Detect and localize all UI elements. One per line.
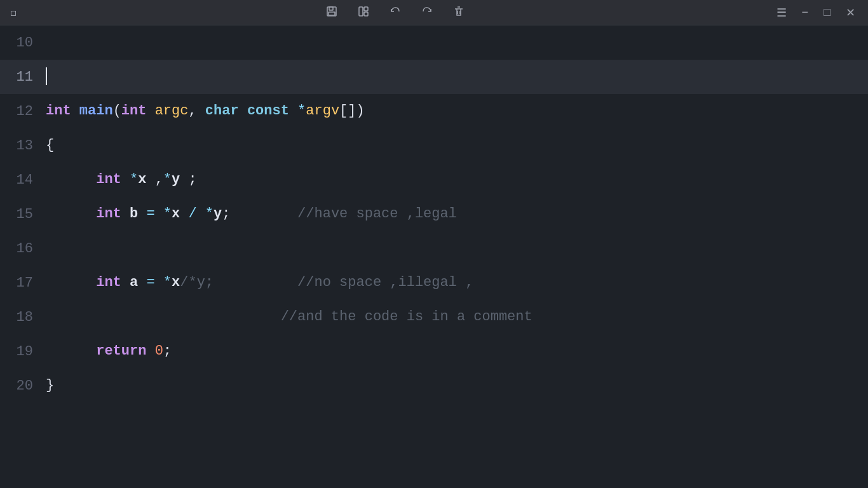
table-row: 11 (0, 60, 868, 94)
table-row: 13 { (0, 128, 868, 163)
operator-div: / (188, 206, 196, 222)
comment-text: //have space ,legal (230, 206, 456, 222)
code-text (155, 206, 163, 222)
line-content: int b = *x / *y; //have space ,legal (46, 197, 868, 231)
svg-rect-5 (364, 12, 368, 16)
undo-button[interactable] (387, 3, 403, 22)
code-editor[interactable]: 10 11 12 int main(int argc, char const *… (0, 25, 868, 488)
code-text: { (46, 137, 54, 153)
var-b: b (130, 206, 138, 222)
table-row: 20 } (0, 369, 868, 403)
var-x: x (172, 206, 180, 222)
delete-button[interactable] (451, 3, 467, 22)
save-button[interactable] (323, 3, 340, 22)
line-number: 13 (0, 138, 46, 154)
var-a: a (130, 274, 138, 290)
operator: * (163, 206, 172, 222)
line-content (46, 60, 868, 94)
code-text (121, 206, 130, 222)
line-number: 12 (0, 104, 46, 119)
table-row: 15 int b = *x / *y; //have space ,legal (0, 197, 868, 231)
svg-rect-4 (364, 7, 368, 11)
line-number: 15 (0, 207, 46, 222)
keyword-int: int (46, 103, 71, 119)
line-number: 20 (0, 378, 46, 394)
code-text (138, 206, 146, 222)
redo-button[interactable] (419, 3, 435, 22)
keyword-int: int (121, 103, 147, 119)
table-row: 16 (0, 231, 868, 266)
line-content: //and the code is in a comment (46, 300, 868, 334)
titlebar-left: ◻ (10, 6, 17, 19)
line-content: return 0; (46, 334, 868, 369)
code-text (146, 343, 154, 359)
svg-rect-2 (329, 12, 335, 15)
svg-rect-3 (359, 7, 363, 16)
keyword-char: char (205, 103, 239, 119)
line-number: 16 (0, 241, 46, 257)
code-text (71, 103, 79, 119)
line-content: int *x ,*y ; (46, 163, 868, 197)
line-number: 19 (0, 344, 46, 360)
keyword-int: int (96, 274, 121, 290)
line-content: int a = *x/*y; //no space ,illegal , (46, 266, 868, 300)
cursor (46, 67, 47, 85)
function-name: main (79, 103, 113, 119)
line-content: int main(int argc, char const *argv[]) (46, 94, 868, 128)
table-row: 18 //and the code is in a comment (0, 300, 868, 334)
code-text: []) (339, 103, 365, 119)
var-x: x (172, 274, 180, 290)
code-text (155, 274, 163, 290)
code-text: ; (163, 343, 172, 359)
operator: * (163, 172, 172, 187)
code-text: ( (113, 103, 121, 119)
line-content: } (46, 369, 868, 403)
keyword-int: int (96, 206, 121, 222)
code-text: ; (222, 206, 230, 222)
operator: * (130, 172, 138, 187)
line-number: 14 (0, 172, 46, 188)
comment-text: //no space ,illegal , (214, 274, 473, 290)
param-argc: argc (155, 103, 189, 119)
code-text (197, 206, 205, 222)
code-text: , (146, 172, 163, 187)
comment-text: //and the code is in a comment (46, 309, 532, 325)
code-text (146, 103, 154, 119)
table-row: 12 int main(int argc, char const *argv[]… (0, 94, 868, 128)
operator: * (205, 206, 214, 222)
minimize-button[interactable]: − (799, 3, 811, 22)
table-row: 17 int a = *x/*y; //no space ,illegal , (0, 266, 868, 300)
var-y: y (214, 206, 222, 222)
code-text (121, 274, 130, 290)
operator: * (297, 103, 306, 119)
operator: = (146, 274, 154, 290)
keyword-const: const (247, 103, 289, 119)
table-row: 19 return 0; (0, 334, 868, 369)
var-y: y (172, 172, 180, 187)
line-number: 18 (0, 309, 46, 325)
code-text (138, 274, 146, 290)
hamburger-button[interactable]: ☰ (774, 3, 789, 22)
menu-icon[interactable]: ◻ (10, 6, 17, 19)
var-x: x (138, 172, 146, 187)
layout-button[interactable] (355, 3, 372, 22)
titlebar-center (323, 3, 467, 22)
operator: * (163, 274, 172, 290)
code-text: , (188, 103, 205, 119)
line-content: { (46, 128, 868, 163)
keyword-int: int (96, 172, 121, 187)
keyword-return: return (96, 343, 146, 359)
code-text (180, 206, 188, 222)
close-button[interactable]: ✕ (843, 3, 858, 22)
table-row: 10 (0, 25, 868, 60)
table-row: 14 int *x ,*y ; (0, 163, 868, 197)
param-argv: argv (306, 103, 339, 119)
number-literal: 0 (155, 343, 163, 359)
code-text (121, 172, 130, 187)
maximize-button[interactable]: □ (821, 3, 833, 22)
code-text (289, 103, 297, 119)
comment-start: /*y; (180, 274, 214, 290)
line-number: 10 (0, 35, 46, 51)
code-text: ; (180, 172, 196, 187)
titlebar-right: ☰ − □ ✕ (774, 3, 858, 22)
